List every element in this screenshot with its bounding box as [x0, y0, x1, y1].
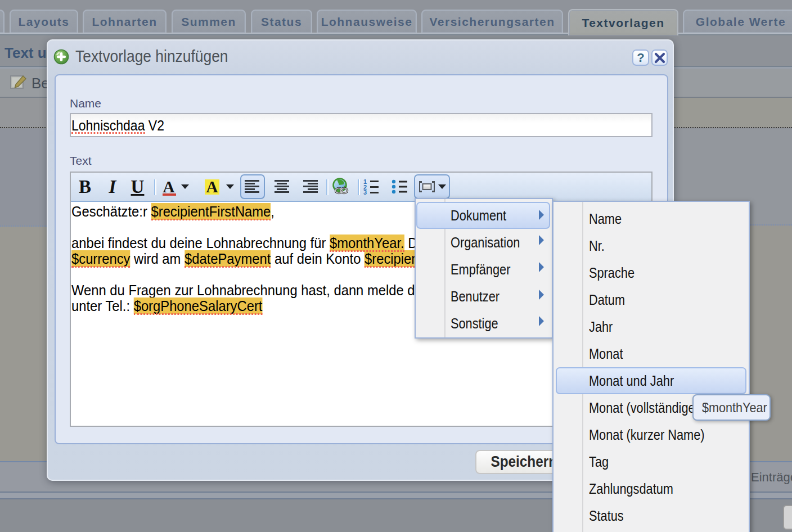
svg-text:3: 3 [363, 189, 367, 195]
